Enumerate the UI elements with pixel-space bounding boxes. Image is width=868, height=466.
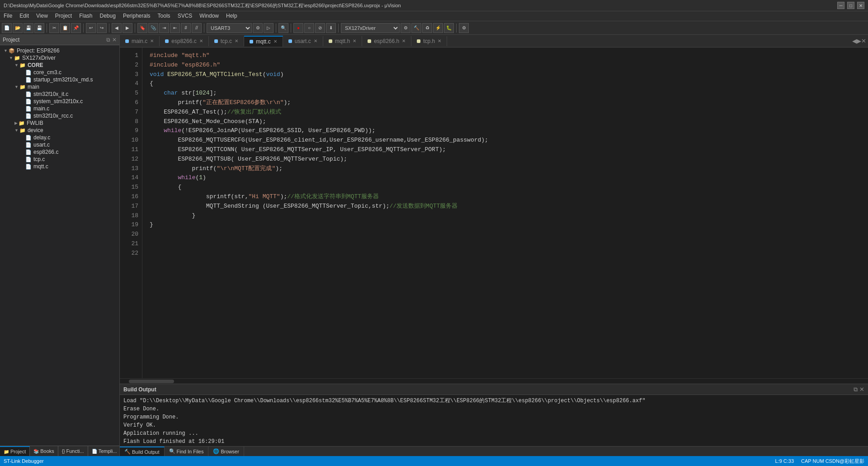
menu-item-view[interactable]: View: [33, 11, 52, 21]
tree-item[interactable]: 📄mqtt.c: [0, 163, 119, 170]
new-file-button[interactable]: 📄: [2, 23, 12, 33]
main-area: Project ⧉ ✕ ▼📦Project: ESP8266▼📁SX127xDr…: [0, 35, 868, 456]
nav-back-button[interactable]: ◀: [112, 23, 122, 33]
tree-item[interactable]: 📄main.c: [0, 105, 119, 112]
tree-item[interactable]: 📄core_cm3.c: [0, 69, 119, 76]
usart-btn2[interactable]: ▷: [264, 23, 274, 33]
editor-tab-esp8266-c[interactable]: esp8266.c✕: [160, 36, 208, 46]
editor-tab-mqtt-h[interactable]: mqtt.h✕: [323, 36, 362, 46]
menu-item-svcs[interactable]: SVCS: [174, 11, 196, 21]
tab-close-button[interactable]: ✕: [235, 38, 238, 43]
redo-button[interactable]: ↪: [97, 23, 107, 33]
tab-close-button[interactable]: ✕: [274, 39, 277, 44]
settings-button[interactable]: ⚙: [459, 23, 469, 33]
project-float-button[interactable]: ⧉: [106, 37, 110, 43]
flash-button[interactable]: ⚡: [433, 23, 443, 33]
menu-item-flash[interactable]: Flash: [75, 11, 96, 21]
build-output-content[interactable]: Load "D:\\Desktop\\MyData\\Google Chrome…: [120, 395, 868, 446]
tree-item[interactable]: 📄esp8266.c: [0, 148, 119, 156]
output-tab-browser[interactable]: 🌐Browser: [208, 447, 244, 456]
project-tab-templi[interactable]: 📄Templi...: [88, 446, 120, 456]
tree-item[interactable]: ▼📁CORE: [0, 62, 119, 69]
download-button[interactable]: ⬇: [326, 23, 336, 33]
undo-button[interactable]: ↩: [86, 23, 96, 33]
tab-close-button[interactable]: ✕: [150, 38, 154, 43]
bookmark-button[interactable]: 🔖: [137, 23, 147, 33]
menu-item-help[interactable]: Help: [222, 11, 241, 21]
menu-item-file[interactable]: File: [0, 11, 16, 21]
minimize-button[interactable]: ─: [837, 2, 844, 9]
tab-scroll-left[interactable]: ◀: [852, 38, 857, 44]
menu-item-tools[interactable]: Tools: [154, 11, 174, 21]
rebuild-button[interactable]: ♻: [422, 23, 432, 33]
tree-item[interactable]: 📄usart.c: [0, 141, 119, 148]
tab-close-button[interactable]: ✕: [353, 38, 356, 43]
tab-close-button[interactable]: ✕: [199, 38, 203, 43]
tree-item[interactable]: ▼📁SX127xDriver: [0, 54, 119, 62]
cut-button[interactable]: ✂: [49, 23, 59, 33]
tree-item[interactable]: 📄delay.c: [0, 134, 119, 141]
editor-tab-mqtt-c[interactable]: mqtt.c✕: [244, 36, 283, 47]
nav-forward-button[interactable]: ▶: [123, 23, 132, 33]
target-dropdown[interactable]: SX127xDriver: [341, 23, 400, 33]
save-button[interactable]: 💾: [24, 23, 33, 33]
project-tab-functi[interactable]: {}Functi...: [58, 446, 88, 456]
editor-tab-tcp-c[interactable]: tcp.c✕: [209, 36, 244, 46]
open-file-button[interactable]: 📂: [13, 23, 23, 33]
bookmark2-button[interactable]: 📎: [148, 23, 158, 33]
code-editor[interactable]: 12345678910111213141516171819202122 #inc…: [120, 48, 868, 378]
save-all-button[interactable]: 💾: [34, 23, 44, 33]
debug-button[interactable]: 🐛: [444, 23, 454, 33]
usart-dropdown[interactable]: USART3: [207, 23, 252, 33]
paste-button[interactable]: 📌: [71, 23, 81, 33]
usart-btn1[interactable]: ⚙: [253, 23, 263, 33]
tree-item[interactable]: 📄startup_stm32f10x_md.s: [0, 76, 119, 83]
menu-item-debug[interactable]: Debug: [96, 11, 119, 21]
comment-button[interactable]: //: [192, 23, 202, 33]
tree-item[interactable]: 📄stm32f10x_rcc.c: [0, 112, 119, 119]
tab-close-button[interactable]: ✕: [438, 38, 441, 43]
output-tab-build-output[interactable]: 🔨Build Output: [120, 447, 165, 456]
target-options-button[interactable]: ⚙: [401, 23, 410, 33]
tab-icon: 📄: [92, 449, 97, 454]
tree-item[interactable]: ▼📁device: [0, 127, 119, 134]
project-tab-books[interactable]: 📚Books: [30, 446, 58, 456]
build-output-close-button[interactable]: ✕: [859, 386, 864, 393]
menu-item-window[interactable]: Window: [196, 11, 222, 21]
output-tab-find-in-files[interactable]: 🔍Find In Files: [165, 447, 209, 456]
search-button[interactable]: 🔍: [278, 23, 288, 33]
stop-button[interactable]: ○: [304, 23, 314, 33]
editor-tab-usart-c[interactable]: usart.c✕: [283, 36, 323, 46]
editor-tab-main-c[interactable]: main.c✕: [120, 36, 160, 46]
outdent-button[interactable]: ⇤: [170, 23, 180, 33]
menu-item-peripherals[interactable]: Peripherals: [119, 11, 154, 21]
tab-close-button[interactable]: ✕: [314, 38, 317, 43]
close-button[interactable]: ✕: [857, 2, 864, 9]
format-button[interactable]: #: [181, 23, 191, 33]
editor-tab-tcp-h[interactable]: tcp.h✕: [411, 36, 447, 46]
build-button[interactable]: 🔨: [411, 23, 421, 33]
editor-tab-esp8266-h[interactable]: esp8266.h✕: [362, 36, 411, 46]
clear-button[interactable]: ⊘: [315, 23, 325, 33]
tree-item[interactable]: ▼📦Project: ESP8266: [0, 47, 119, 54]
menu-item-edit[interactable]: Edit: [16, 11, 33, 21]
build-output-float-button[interactable]: ⧉: [854, 386, 858, 393]
hscroll-thumb[interactable]: [129, 380, 174, 383]
menu-item-project[interactable]: Project: [52, 11, 75, 21]
tree-item[interactable]: ▶📁FWLIB: [0, 119, 119, 127]
tree-item[interactable]: 📄tcp.c: [0, 156, 119, 163]
tree-item[interactable]: 📄system_stm32f10x.c: [0, 98, 119, 105]
indent-button[interactable]: ⇥: [159, 23, 169, 33]
tab-close-button[interactable]: ✕: [402, 38, 406, 43]
tab-scroll-right[interactable]: ▶: [857, 38, 861, 44]
copy-button[interactable]: 📋: [60, 23, 70, 33]
maximize-button[interactable]: □: [847, 2, 854, 9]
tree-item[interactable]: 📄stm32f10x_it.c: [0, 90, 119, 98]
project-tab-project[interactable]: 📁Project: [0, 446, 30, 456]
tab-close-all[interactable]: ✕: [861, 38, 866, 44]
code-content[interactable]: #include "mqtt.h"#include "esp8266.h"voi…: [142, 48, 868, 378]
project-close-button[interactable]: ✕: [112, 37, 117, 43]
run-button[interactable]: ●: [293, 23, 303, 33]
tree-item[interactable]: ▼📁main: [0, 83, 119, 90]
editor-hscroll[interactable]: [120, 378, 868, 384]
